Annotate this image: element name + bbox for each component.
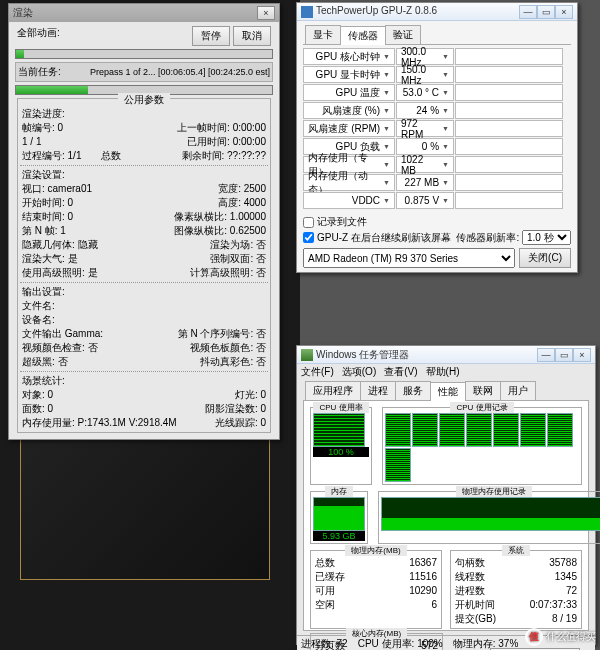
sensor-bar xyxy=(455,120,563,137)
group-params: 公用参数 渲染进度: 帧编号: 0上一帧时间: 0:00:00 1 / 1已用时… xyxy=(17,98,271,433)
sensor-grid: GPU 核心时钟300.0 MHzGPU 显卡时钟150.0 MHzGPU 温度… xyxy=(303,48,571,209)
gpuz-title: TechPowerUp GPU-Z 0.8.6 xyxy=(316,5,437,16)
tab-performance[interactable]: 性能 xyxy=(430,382,466,401)
tab-services[interactable]: 服务 xyxy=(395,381,431,400)
sensor-value[interactable]: 1022 MB xyxy=(396,156,454,173)
gpuz-titlebar[interactable]: TechPowerUp GPU-Z 0.8.6 —▭× xyxy=(297,3,577,21)
close-icon[interactable]: × xyxy=(573,348,591,362)
sensor-bar xyxy=(455,174,563,191)
sensor-value[interactable]: 150.0 MHz xyxy=(396,66,454,83)
sensor-value[interactable]: 300.0 MHz xyxy=(396,48,454,65)
sensor-bar xyxy=(455,66,563,83)
sensor-bar xyxy=(455,102,563,119)
taskmgr-window: Windows 任务管理器 —▭× 文件(F) 选项(O) 查看(V) 帮助(H… xyxy=(296,345,596,645)
sensor-name[interactable]: GPU 核心时钟 xyxy=(303,48,395,65)
sensor-value[interactable]: 0 % xyxy=(396,138,454,155)
cancel-button[interactable]: 取消 xyxy=(233,26,271,46)
sensor-bar xyxy=(455,48,563,65)
overall-progress xyxy=(15,49,273,59)
mem-meter xyxy=(313,497,365,531)
tab-validate[interactable]: 验证 xyxy=(385,25,421,44)
menu-options[interactable]: 选项(O) xyxy=(342,365,376,379)
maximize-icon[interactable]: ▭ xyxy=(555,348,573,362)
menu-view[interactable]: 查看(V) xyxy=(384,365,417,379)
sensor-value[interactable]: 0.875 V xyxy=(396,192,454,209)
tab-processes[interactable]: 进程 xyxy=(360,381,396,400)
watermark: 值 什么值得买 xyxy=(525,628,596,646)
tab-sensors[interactable]: 传感器 xyxy=(340,26,386,45)
gpuz-icon xyxy=(301,6,313,18)
sensor-value[interactable]: 227 MB xyxy=(396,174,454,191)
sensor-bar xyxy=(455,84,563,101)
tab-network[interactable]: 联网 xyxy=(465,381,501,400)
render-titlebar[interactable]: 渲染 × xyxy=(9,4,279,22)
sensor-value[interactable]: 24 % xyxy=(396,102,454,119)
cpu-meter xyxy=(313,413,365,447)
minimize-icon[interactable]: — xyxy=(519,5,537,19)
taskmgr-tabs: 应用程序 进程 服务 性能 联网 用户 xyxy=(303,381,589,401)
tab-users[interactable]: 用户 xyxy=(500,381,536,400)
close-button[interactable]: 关闭(C) xyxy=(519,248,571,268)
render-title: 渲染 xyxy=(13,6,33,20)
sensor-bar xyxy=(455,138,563,155)
gpuz-window: TechPowerUp GPU-Z 0.8.6 —▭× 显卡 传感器 验证 GP… xyxy=(296,2,578,273)
menu-file[interactable]: 文件(F) xyxy=(301,365,334,379)
menu-help[interactable]: 帮助(H) xyxy=(426,365,460,379)
section-title: 全部动画: xyxy=(17,26,60,46)
close-icon[interactable]: × xyxy=(257,6,275,20)
sensor-bar xyxy=(455,156,563,173)
sensor-value[interactable]: 972 RPM xyxy=(396,120,454,137)
refresh-select[interactable]: 1.0 秒 xyxy=(522,230,571,245)
minimize-icon[interactable]: — xyxy=(537,348,555,362)
sensor-name[interactable]: 风扇速度 (%) xyxy=(303,102,395,119)
tab-apps[interactable]: 应用程序 xyxy=(305,381,361,400)
tab-gpu[interactable]: 显卡 xyxy=(305,25,341,44)
task-value: Prepass 1 of 2... [00:06:05.4] [00:24:25… xyxy=(90,65,270,79)
sensor-name[interactable]: GPU 显卡时钟 xyxy=(303,66,395,83)
render-window: 渲染 × 全部动画: 暂停 取消 当前任务: Prepass 1 of 2...… xyxy=(8,3,280,440)
help-icon[interactable]: ▭ xyxy=(537,5,555,19)
sensor-value[interactable]: 53.0 ° C xyxy=(396,84,454,101)
sensor-name[interactable]: GPU 温度 xyxy=(303,84,395,101)
gpu-select[interactable]: AMD Radeon (TM) R9 370 Series xyxy=(303,248,515,268)
cpu-cores xyxy=(385,413,579,482)
gpuz-tabs: 显卡 传感器 验证 xyxy=(303,25,571,45)
taskmgr-icon xyxy=(301,349,313,361)
task-label: 当前任务: xyxy=(18,65,61,79)
close-icon[interactable]: × xyxy=(555,5,573,19)
pause-button[interactable]: 暂停 xyxy=(192,26,230,46)
chk-bg[interactable] xyxy=(303,232,314,243)
taskmgr-title: Windows 任务管理器 xyxy=(316,349,409,360)
sensor-bar xyxy=(455,192,563,209)
watermark-logo: 值 xyxy=(525,628,543,646)
sensor-name[interactable]: 内存使用（动态） xyxy=(303,174,395,191)
mem-history xyxy=(381,497,600,531)
sensor-name[interactable]: VDDC xyxy=(303,192,395,209)
sensor-name[interactable]: 风扇速度 (RPM) xyxy=(303,120,395,137)
chk-log[interactable] xyxy=(303,217,314,228)
taskmgr-titlebar[interactable]: Windows 任务管理器 —▭× xyxy=(297,346,595,364)
taskmgr-menu: 文件(F) 选项(O) 查看(V) 帮助(H) xyxy=(297,364,595,380)
